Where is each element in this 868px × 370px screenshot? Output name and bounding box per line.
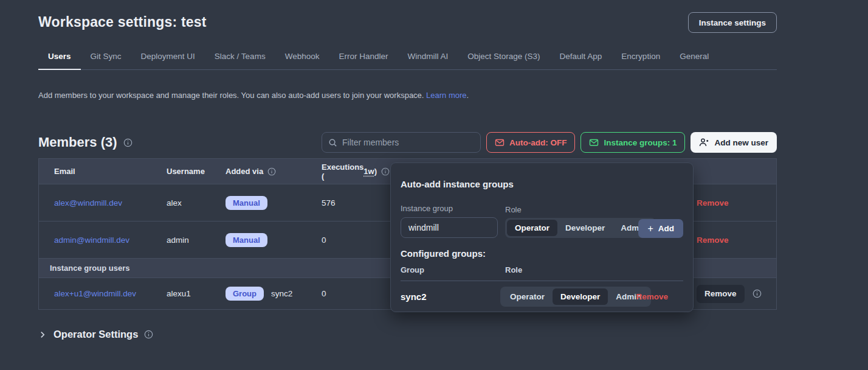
configured-group-name: sync2 (401, 291, 500, 302)
col-executions: Executions (1w) (322, 162, 390, 181)
col-added-via: Added via (226, 167, 322, 176)
email-link[interactable]: alex@windmill.dev (54, 198, 122, 208)
filter-members-input[interactable] (342, 138, 474, 147)
add-new-user-label: Add new user (714, 138, 768, 147)
members-heading: Members (3) (38, 134, 117, 150)
role-option-developer[interactable]: Developer (557, 220, 613, 236)
tab-git-sync[interactable]: Git Sync (81, 52, 131, 70)
tab-users[interactable]: Users (38, 52, 81, 70)
description-text: Add members to your workspace and manage… (38, 91, 424, 100)
configured-groups-headers: Group Role (401, 265, 683, 274)
role-segmented-control: Operator Developer Admin (500, 287, 651, 307)
col-email: Email (54, 167, 167, 176)
tab-object-storage[interactable]: Object Storage (S3) (458, 52, 549, 70)
role-option-operator[interactable]: Operator (507, 220, 557, 236)
added-via-badge: Manual (226, 196, 267, 210)
page-title: Workspace settings: test (38, 12, 207, 30)
tab-webhook[interactable]: Webhook (275, 52, 329, 70)
role-option-developer[interactable]: Developer (553, 288, 608, 305)
mail-icon (495, 138, 505, 147)
operator-settings-toggle[interactable]: Operator Settings (38, 329, 777, 340)
username-value: alex (167, 198, 226, 208)
auto-add-instance-groups-popup: Auto-add instance groups Instance group … (390, 162, 694, 312)
plus-icon: + (647, 223, 653, 234)
tab-encryption[interactable]: Encryption (611, 52, 670, 70)
configured-groups-heading: Configured groups: (401, 248, 683, 259)
tab-windmill-ai[interactable]: Windmill AI (398, 52, 458, 70)
add-group-button[interactable]: + Add (638, 219, 683, 238)
username-value: admin (167, 236, 226, 245)
col-username: Username (167, 167, 226, 176)
username-value: alexu1 (167, 289, 226, 298)
members-toolbar: Members (3) Auto-add: OFF Instance group… (38, 132, 777, 153)
description-period: . (467, 91, 469, 100)
tab-default-app[interactable]: Default App (550, 52, 612, 70)
instance-groups-label: Instance groups: 1 (604, 138, 677, 147)
added-via-badge: Group (226, 287, 264, 301)
role-segmented-control: Operator Developer Admin (505, 218, 656, 238)
role-option-operator[interactable]: Operator (502, 288, 553, 305)
auto-add-label: Auto-add: OFF (509, 138, 567, 147)
operator-settings-info-icon[interactable] (144, 330, 153, 339)
executions-value: 0 (322, 289, 390, 298)
learn-more-link[interactable]: Learn more (426, 91, 466, 100)
auto-add-button[interactable]: Auto-add: OFF (486, 132, 575, 153)
instance-group-input[interactable] (401, 217, 498, 238)
executions-info-icon[interactable] (381, 167, 390, 176)
tab-error-handler[interactable]: Error Handler (329, 52, 398, 70)
added-via-info-icon[interactable] (267, 167, 276, 176)
email-link[interactable]: alex+u1@windmill.dev (54, 289, 136, 298)
remove-info-icon[interactable] (753, 289, 762, 298)
role-label: Role (505, 205, 656, 214)
tab-general[interactable]: General (670, 52, 718, 70)
email-link[interactable]: admin@windmill.dev (54, 236, 129, 245)
add-group-label: Add (658, 224, 674, 233)
page-header: Workspace settings: test Instance settin… (38, 12, 777, 33)
members-actions: Auto-add: OFF Instance groups: 1 Add new… (322, 132, 777, 153)
search-icon (328, 138, 337, 147)
configured-group-row: sync2 Operator Developer Admin Remove (401, 287, 683, 307)
add-new-user-button[interactable]: Add new user (691, 132, 777, 153)
configured-groups-divider (401, 281, 683, 281)
configured-col-group: Group (401, 265, 505, 274)
group-name: sync2 (271, 289, 292, 298)
settings-tabs: Users Git Sync Deployment UI Slack / Tea… (38, 52, 777, 70)
tab-deployment-ui[interactable]: Deployment UI (131, 52, 205, 70)
instance-groups-button[interactable]: Instance groups: 1 (580, 132, 685, 153)
configured-col-role: Role (505, 265, 522, 274)
executions-value: 576 (322, 198, 390, 208)
mail-icon (589, 138, 599, 147)
instance-settings-button[interactable]: Instance settings (688, 12, 777, 33)
operator-settings-label: Operator Settings (53, 329, 138, 340)
user-plus-icon (699, 138, 709, 147)
popup-title: Auto-add instance groups (401, 179, 683, 189)
remove-member-button[interactable]: Remove (697, 285, 745, 303)
added-via-badge: Manual (226, 233, 267, 247)
executions-value: 0 (322, 236, 390, 245)
tab-slack-teams[interactable]: Slack / Teams (205, 52, 275, 70)
popup-add-form: Instance group Role Operator Developer A… (401, 204, 683, 238)
members-info-icon[interactable] (123, 138, 133, 147)
remove-configured-group-button[interactable]: Remove (636, 292, 668, 301)
remove-member-button[interactable]: Remove (697, 236, 729, 245)
remove-member-button[interactable]: Remove (697, 198, 729, 208)
page-description: Add members to your workspace and manage… (38, 91, 777, 100)
executions-window: 1w (363, 167, 374, 176)
chevron-right-icon (38, 330, 47, 339)
role-field: Role Operator Developer Admin (505, 205, 656, 238)
filter-members-search[interactable] (322, 132, 481, 153)
